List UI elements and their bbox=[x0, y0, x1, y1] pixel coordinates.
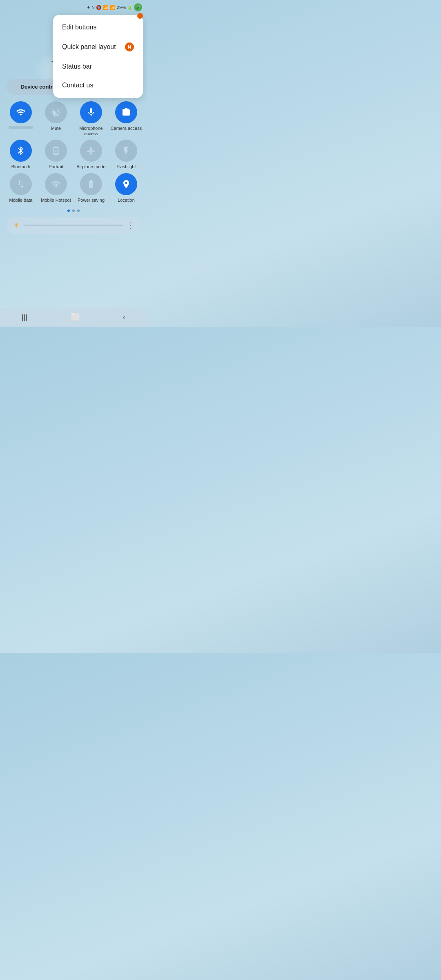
hotspot-svg-icon bbox=[51, 179, 61, 189]
brightness-bar[interactable]: ☀ ⋮ bbox=[7, 217, 140, 234]
portrait-label: Portrait bbox=[49, 164, 63, 169]
tile-airplane-mode[interactable]: Airplane mode bbox=[74, 140, 108, 169]
tile-power-saving[interactable]: Power saving bbox=[74, 173, 108, 203]
mute-label: Mute bbox=[51, 126, 61, 131]
notification-dot bbox=[137, 13, 143, 19]
mobile-hotspot-label: Mobile Hotspot bbox=[41, 198, 71, 203]
tile-mobile-data[interactable]: Mobile data bbox=[4, 173, 38, 203]
mic-active-badge: 🎤 bbox=[134, 3, 142, 11]
flashlight-svg-icon bbox=[121, 146, 131, 156]
microphone-access-label: Microphone access bbox=[74, 126, 108, 136]
camera-svg-icon bbox=[121, 107, 131, 117]
battery-text: 29% bbox=[117, 5, 126, 10]
location-icon-bg bbox=[115, 173, 137, 195]
tile-bluetooth[interactable]: Bluetooth bbox=[4, 140, 38, 169]
menu-item-contact-us[interactable]: Contact us bbox=[53, 76, 143, 95]
signal-icon: 📶 bbox=[110, 5, 116, 10]
page-dot-2 bbox=[72, 209, 75, 212]
brightness-slider[interactable] bbox=[24, 225, 122, 226]
hotspot-icon-bg bbox=[45, 173, 67, 195]
portrait-svg-icon bbox=[51, 146, 60, 155]
mobile-data-svg-icon bbox=[16, 179, 26, 189]
menu-item-status-bar[interactable]: Status bar bbox=[53, 57, 143, 76]
page-dot-3 bbox=[77, 209, 80, 212]
quick-panel-label: Quick panel layout bbox=[62, 43, 116, 51]
power-saving-label: Power saving bbox=[78, 198, 105, 203]
menu-item-quick-panel[interactable]: Quick panel layout N bbox=[53, 37, 143, 57]
tile-mute[interactable]: Mute bbox=[39, 101, 73, 136]
page-dot-1 bbox=[67, 209, 70, 212]
tile-portrait[interactable]: Portrait bbox=[39, 140, 73, 169]
status-bar: ✦ N 🔇 📶 📶 29% 🔋 🎤 bbox=[0, 0, 147, 13]
nfc-icon: N bbox=[91, 5, 95, 10]
page-indicator bbox=[0, 209, 147, 212]
status-bar-label: Status bar bbox=[62, 63, 92, 70]
camera-icon-bg bbox=[115, 101, 137, 123]
tile-location[interactable]: Location bbox=[109, 173, 143, 203]
quick-tiles-grid: Mute Microphone access Camera access Blu… bbox=[0, 101, 147, 203]
microphone-icon-bg bbox=[80, 101, 102, 123]
tile-microphone-access[interactable]: Microphone access bbox=[74, 101, 108, 136]
airplane-icon-bg bbox=[80, 140, 102, 162]
camera-access-label: Camera access bbox=[111, 126, 142, 131]
new-badge: N bbox=[125, 42, 134, 51]
flashlight-icon-bg bbox=[115, 140, 137, 162]
wifi-status-icon: 📶 bbox=[103, 5, 109, 10]
wifi-ssid-hidden bbox=[9, 126, 33, 129]
tile-wifi[interactable] bbox=[4, 101, 38, 136]
airplane-svg-icon bbox=[86, 146, 96, 156]
power-saving-icon-bg bbox=[80, 173, 102, 195]
brightness-sun-icon: ☀ bbox=[13, 221, 20, 230]
status-icons: ✦ N 🔇 📶 📶 29% 🔋 🎤 bbox=[87, 3, 142, 11]
brightness-more-icon[interactable]: ⋮ bbox=[127, 221, 134, 230]
dropdown-menu: Edit buttons Quick panel layout N Status… bbox=[53, 15, 143, 98]
battery-icon: 🔋 bbox=[127, 5, 133, 10]
bluetooth-status-icon: ✦ bbox=[87, 5, 90, 10]
silent-icon: 🔇 bbox=[96, 5, 102, 10]
portrait-icon-bg bbox=[45, 140, 67, 162]
power-saving-svg-icon bbox=[86, 179, 96, 189]
menu-item-edit-buttons[interactable]: Edit buttons bbox=[53, 18, 143, 37]
mute-svg-icon bbox=[51, 107, 61, 117]
recent-apps-button[interactable]: ||| bbox=[22, 313, 27, 322]
mute-icon-bg bbox=[45, 101, 67, 123]
tile-mobile-hotspot[interactable]: Mobile Hotspot bbox=[39, 173, 73, 203]
wifi-svg-icon bbox=[16, 107, 26, 117]
back-button[interactable]: ‹ bbox=[123, 313, 125, 322]
tile-camera-access[interactable]: Camera access bbox=[109, 101, 143, 136]
flashlight-label: Flashlight bbox=[116, 164, 136, 169]
tile-flashlight[interactable]: Flashlight bbox=[109, 140, 143, 169]
contact-us-label: Contact us bbox=[62, 82, 93, 89]
navigation-bar: ||| ⬜ ‹ bbox=[0, 308, 147, 327]
mobile-data-label: Mobile data bbox=[9, 198, 33, 203]
microphone-svg-icon bbox=[86, 107, 96, 117]
bluetooth-icon-bg bbox=[10, 140, 32, 162]
home-button[interactable]: ⬜ bbox=[71, 313, 80, 322]
brightness-control[interactable]: ☀ ⋮ bbox=[7, 217, 140, 234]
wifi-icon-bg bbox=[10, 101, 32, 123]
bluetooth-label: Bluetooth bbox=[11, 164, 30, 169]
mobile-data-icon-bg bbox=[10, 173, 32, 195]
edit-buttons-label: Edit buttons bbox=[62, 24, 97, 31]
bluetooth-svg-icon bbox=[16, 146, 26, 156]
airplane-mode-label: Airplane mode bbox=[77, 164, 106, 169]
location-label: Location bbox=[118, 198, 135, 203]
location-svg-icon bbox=[121, 179, 131, 189]
